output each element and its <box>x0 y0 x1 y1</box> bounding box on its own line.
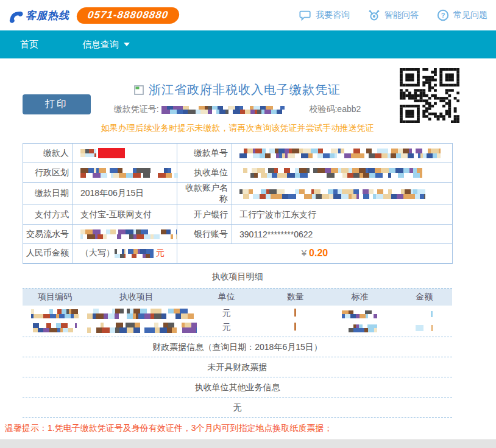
detail-header-row: 项目编码 执收项目 单位 数量 标准 金额 <box>23 289 452 306</box>
detail-body: 元 元 <box>23 306 452 337</box>
certificate-page: 打印 浙江省政府非税收入电子缴款凭证 缴款凭证号: 校验码:eabb2 如果办理… <box>0 58 496 439</box>
print-button[interactable]: 打印 <box>23 94 91 114</box>
fiscal-ticket-info: 财政票据信息（查询日期：2018年6月15日） <box>23 337 452 357</box>
detail-table: 项目编码 执收项目 单位 数量 标准 金额 元 <box>23 288 452 337</box>
svg-text:?: ? <box>441 12 445 19</box>
bank-account-label: 银行账号 <box>177 225 232 244</box>
faq-label: 常见问题 <box>453 10 487 21</box>
page-title: 浙江省政府非税收入电子缴款凭证 <box>149 82 341 98</box>
payment-info-table: 缴款人 缴款单号 行政区划 执收单位 缴款日期 2018年06月15日 收款账户… <box>23 143 453 264</box>
top-bar: 客服热线 0571-88808880 我要咨询 智能问答 ? <box>0 0 496 30</box>
faq-link[interactable]: ? 常见问题 <box>437 9 487 21</box>
nav-home-label: 首页 <box>20 39 38 51</box>
main-nav: 首页 信息查询 <box>0 30 496 58</box>
col-unit: 单位 <box>186 292 267 303</box>
payment-order-value <box>232 144 453 163</box>
chevron-down-icon <box>124 43 130 46</box>
col-standard: 标准 <box>323 292 396 303</box>
consult-label: 我要咨询 <box>316 10 350 21</box>
bank-value: 工行宁波市江东支行 <box>232 205 453 225</box>
collect-unit-label: 执收单位 <box>177 163 232 183</box>
chat-bubble-icon <box>299 9 311 21</box>
robot-icon <box>368 9 380 21</box>
quantity-redacted <box>294 323 296 331</box>
table-row: 缴款人 缴款单号 <box>23 144 453 163</box>
pay-date-label: 缴款日期 <box>23 183 73 205</box>
detail-row-1: 元 <box>23 307 452 321</box>
hotline-number-badge: 0571-88808880 <box>76 7 180 24</box>
pay-date-value: 2018年06月15日 <box>73 183 177 205</box>
collect-unit-value <box>232 163 453 183</box>
col-item-code: 项目编码 <box>23 292 87 303</box>
txn-serial-value <box>73 225 177 244</box>
top-links: 我要咨询 智能问答 ? 常见问题 <box>299 9 487 21</box>
payer-value <box>73 144 177 163</box>
unit-value: 元 <box>186 322 267 333</box>
smart-qa-link[interactable]: 智能问答 <box>368 9 419 21</box>
txn-serial-label: 交易流水号 <box>23 225 73 244</box>
region-value <box>73 163 177 183</box>
other-business-info-none: 无 <box>23 397 452 418</box>
account-name-value <box>232 183 453 205</box>
col-amount: 金额 <box>396 292 452 303</box>
bank-label: 开户银行 <box>177 205 232 225</box>
rmb-amount-label: 人民币金额 <box>23 244 73 264</box>
smart-qa-label: 智能问答 <box>384 10 419 21</box>
voucher-no-redacted <box>161 106 286 114</box>
payer-label: 缴款人 <box>23 144 73 163</box>
bank-account-value: 390112********0622 <box>232 225 453 244</box>
table-row: 支付方式 支付宝-互联网支付 开户银行 工行宁波市江东支行 <box>23 205 453 225</box>
consult-link[interactable]: 我要咨询 <box>299 9 350 21</box>
amount-capital-value: （大写） 元 <box>73 244 177 264</box>
amount-numeric-value: ¥ 0.20 <box>177 244 453 264</box>
other-business-info-title: 执收单位其他业务信息 <box>23 377 452 397</box>
table-row: 缴款日期 2018年06月15日 收款账户名称 <box>23 183 453 205</box>
hotline-label: 客服热线 <box>26 9 69 23</box>
phone-icon <box>6 7 23 23</box>
detail-row-2: 元 <box>23 321 452 335</box>
payment-order-label: 缴款单号 <box>177 144 232 163</box>
table-row: 交易流水号 银行账号 390112********0622 <box>23 225 453 244</box>
push-warning-text: 如果办理后续业务时提示未缴款，请再次查询该凭证并尝试手动推送凭证 <box>23 123 452 134</box>
col-quantity: 数量 <box>267 292 324 303</box>
pay-method-value: 支付宝-互联网支付 <box>73 205 177 225</box>
voucher-no-label: 缴款凭证号: <box>114 104 159 114</box>
document-icon <box>134 85 144 95</box>
region-label: 行政区划 <box>23 163 73 183</box>
unit-value: 元 <box>186 308 267 319</box>
payer-redacted <box>98 148 125 158</box>
detail-section-title: 执收项目明细 <box>23 271 452 282</box>
qr-code <box>400 68 459 123</box>
tips-text: 温馨提示：1.凭电子缴款凭证号及身份有效证件，3个月内可到指定地点换取纸质票据； <box>5 423 496 434</box>
question-circle-icon: ? <box>437 9 449 21</box>
check-code: 校验码:eabb2 <box>309 104 361 114</box>
no-ticket-issued: 未开具财政票据 <box>23 357 452 377</box>
table-row: 人民币金额 （大写） 元 ¥ 0.20 <box>23 244 453 264</box>
nav-item-info-query[interactable]: 信息查询 <box>82 39 130 51</box>
footer-strip <box>0 439 496 448</box>
nav-item-home[interactable]: 首页 <box>20 39 38 51</box>
table-row: 行政区划 执收单位 <box>23 163 453 183</box>
col-item-name: 执收项目 <box>87 292 186 303</box>
nav-info-query-label: 信息查询 <box>82 39 119 51</box>
account-name-label: 收款账户名称 <box>177 183 232 205</box>
quantity-redacted <box>294 309 296 317</box>
pay-method-label: 支付方式 <box>23 205 73 225</box>
